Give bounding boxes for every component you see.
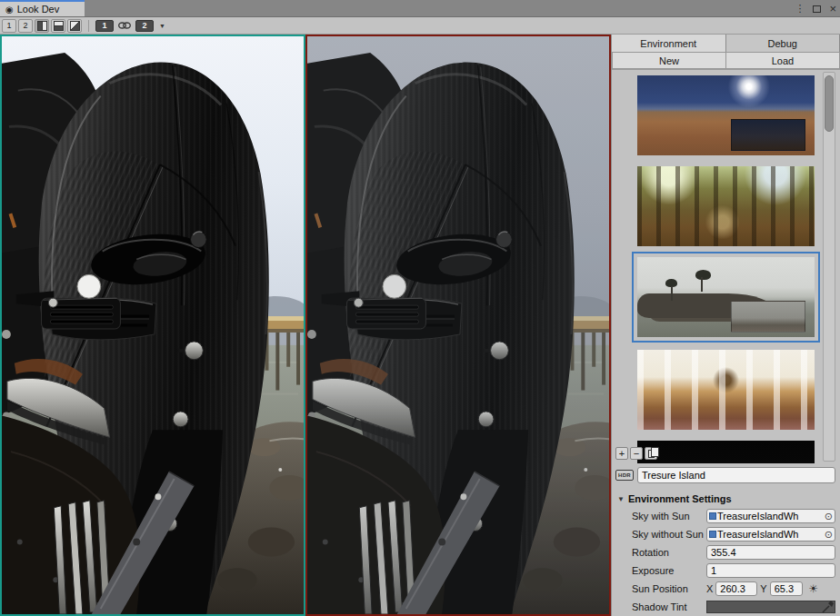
scrollbar-track[interactable] <box>823 72 835 462</box>
window-title: Look Dev <box>17 4 59 15</box>
load-button[interactable]: Load <box>726 52 840 69</box>
object-picker-icon[interactable]: ⊙ <box>825 530 833 540</box>
lookdev-view-2[interactable] <box>305 35 611 616</box>
lookdev-view-1[interactable] <box>0 35 305 616</box>
palm-tree-icon <box>665 279 677 287</box>
split-zone-icon <box>70 21 80 31</box>
duplicate-icon <box>648 450 655 458</box>
eyedropper-icon[interactable] <box>821 600 835 614</box>
environment-list[interactable]: + − <box>612 70 840 463</box>
split-horizontal-icon <box>54 21 64 31</box>
hdr-badge-icon: HDR <box>615 470 634 481</box>
sun-position-picker-button[interactable]: ☀ <box>805 581 822 596</box>
sky-with-sun-field[interactable]: TreasureIslandWh ⊙ <box>706 509 835 523</box>
sun-position-y-field[interactable] <box>770 581 803 596</box>
lookdev-viewport <box>0 35 611 616</box>
env-thumbnail-treasure-island-selected[interactable] <box>632 252 820 343</box>
cubemap-icon <box>709 512 716 520</box>
split-horizontal-button[interactable] <box>51 19 65 33</box>
window-menu-icon[interactable]: ⋮ <box>795 3 805 15</box>
env-thumbnail-church-interior[interactable] <box>637 350 815 430</box>
eye-icon: ◉ <box>5 5 14 15</box>
sun-position-label: Sun Position <box>617 583 706 594</box>
foldout-icon: ▼ <box>617 495 625 503</box>
x-axis-label: X <box>706 583 713 594</box>
rotation-label: Rotation <box>617 547 706 558</box>
new-button[interactable]: New <box>612 52 726 69</box>
close-icon[interactable]: × <box>829 3 836 15</box>
camera-link-button[interactable] <box>115 19 134 33</box>
cubemap-icon <box>709 531 716 538</box>
maximize-icon[interactable] <box>813 5 821 13</box>
settings-header-label: Environment Settings <box>628 493 732 504</box>
lookdev-toolbar: 1 2 1 2 ▼ <box>0 17 840 35</box>
environment-name-field[interactable] <box>637 467 835 483</box>
exposure-label: Exposure <box>617 565 706 576</box>
palm-tree-icon <box>695 270 711 280</box>
exposure-field[interactable] <box>706 563 835 578</box>
link-icon <box>118 22 131 29</box>
lookdev-window: ◉ Look Dev ⋮ × 1 2 1 2 ▼ <box>0 0 840 616</box>
sky-with-sun-label: Sky with Sun <box>617 511 706 522</box>
split-vertical-button[interactable] <box>35 19 49 33</box>
split-vertical-icon <box>37 21 47 31</box>
sky-with-sun-value: TreasureIslandWh <box>717 511 825 522</box>
scrollbar-thumb[interactable] <box>825 75 834 132</box>
y-axis-label: Y <box>760 583 766 594</box>
environment-settings-section: ▼ Environment Settings Sky with Sun Trea… <box>612 487 840 616</box>
sun-position-x-field[interactable] <box>715 581 757 596</box>
rotation-field[interactable] <box>706 545 835 560</box>
env-thumbnail-sunny-desert[interactable] <box>637 75 815 155</box>
add-environment-button[interactable]: + <box>615 447 628 460</box>
shadow-tint-swatch[interactable] <box>706 601 835 613</box>
sky-without-sun-field[interactable]: TreasureIslandWh ⊙ <box>706 527 835 541</box>
environment-settings-header[interactable]: ▼ Environment Settings <box>617 491 835 507</box>
tab-look-dev[interactable]: ◉ Look Dev <box>0 0 85 16</box>
env-thumbnail-treasure-island[interactable] <box>637 257 815 337</box>
panel-tab-bar: Environment Debug <box>612 35 840 52</box>
split-zone-button[interactable] <box>67 19 82 33</box>
single-view-1-button[interactable]: 1 <box>2 19 16 33</box>
sky-without-sun-label: Sky without Sun <box>617 529 706 540</box>
env-inset-preview <box>731 119 805 151</box>
env-inset-preview <box>731 301 805 333</box>
env-thumbnail-forest[interactable] <box>637 166 815 246</box>
remove-environment-button[interactable]: − <box>630 447 643 460</box>
camera-1-button[interactable]: 1 <box>95 20 114 32</box>
environment-panel: Environment Debug New Load <box>611 35 840 616</box>
duplicate-environment-button[interactable] <box>645 447 657 460</box>
single-view-2-button[interactable]: 2 <box>18 19 33 33</box>
camera-dropdown-button[interactable]: ▼ <box>155 23 169 29</box>
environment-list-tools: + − <box>615 447 657 460</box>
shadow-tint-label: Shadow Tint <box>617 601 706 612</box>
camera-2-button[interactable]: 2 <box>135 20 154 32</box>
title-bar: ◉ Look Dev ⋮ × <box>0 0 840 17</box>
sky-without-sun-value: TreasureIslandWh <box>717 529 825 540</box>
env-thumbnail-dark-night[interactable] <box>637 441 815 463</box>
tab-environment[interactable]: Environment <box>612 35 726 52</box>
object-picker-icon[interactable]: ⊙ <box>825 512 833 522</box>
tab-debug[interactable]: Debug <box>726 35 840 52</box>
